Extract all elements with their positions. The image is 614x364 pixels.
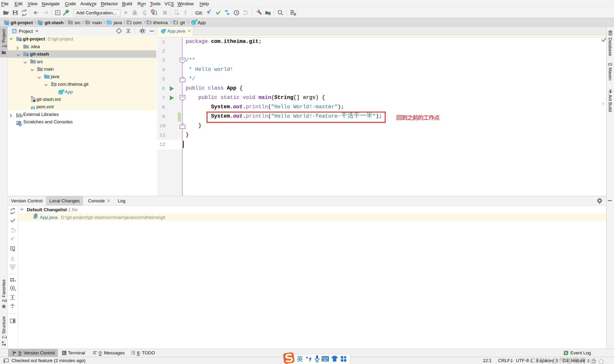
svg-text:com.itheima.git: com.itheima.git (58, 82, 88, 87)
svg-text:Scratches and Consoles: Scratches and Consoles (23, 119, 73, 124)
svg-text:c: c (192, 21, 194, 25)
svg-text:Add Configuration...: Add Configuration... (76, 10, 117, 15)
svg-text:com: com (133, 20, 142, 25)
svg-text:c: c (59, 91, 61, 95)
svg-text:src: src (75, 20, 81, 25)
svg-text:git-stash: git-stash (45, 20, 64, 25)
svg-text:java: java (51, 74, 59, 79)
svg-text:Default Changelist: Default Changelist (27, 207, 67, 212)
svg-text:App: App (198, 20, 206, 25)
svg-text:.idea: .idea (30, 44, 40, 49)
svg-text:git-project: git-project (23, 36, 45, 41)
svg-text:c: c (162, 30, 164, 34)
svg-text:git-stash: git-stash (30, 52, 49, 56)
svg-text:pom.xml: pom.xml (36, 104, 54, 109)
svg-text:D:\git-project\git-stash\src\m: D:\git-project\git-stash\src\main\java\c… (61, 215, 166, 220)
svg-text:8: 8 (565, 351, 567, 355)
svg-text:Git:: Git: (195, 10, 203, 15)
svg-text:main: main (92, 20, 102, 25)
svg-text:src: src (37, 59, 43, 64)
svg-text:itheima: itheima (153, 20, 168, 25)
svg-text:1 file: 1 file (68, 207, 78, 212)
svg-text:External Libraries: External Libraries (23, 112, 59, 117)
svg-text:git-stash.iml: git-stash.iml (36, 97, 61, 102)
svg-text:java: java (113, 20, 122, 25)
svg-text:J: J (34, 217, 35, 219)
svg-text:git: git (180, 20, 185, 25)
svg-text:main: main (44, 66, 54, 72)
svg-text:App: App (65, 89, 73, 94)
svg-text:m: m (31, 104, 35, 110)
svg-text:git-project: git-project (11, 20, 33, 25)
svg-text:App.java: App.java (40, 215, 57, 220)
svg-text:Project: Project (19, 29, 33, 34)
svg-text:D:\git-project: D:\git-project (47, 36, 73, 41)
